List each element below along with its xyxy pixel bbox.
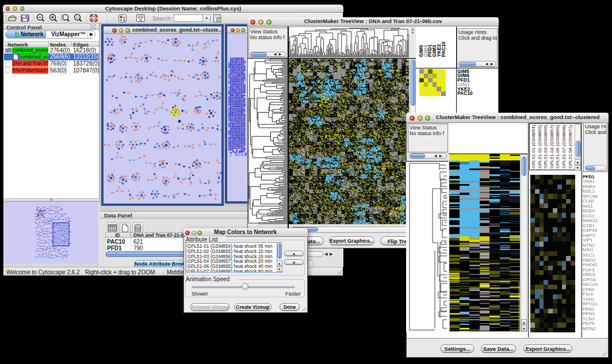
svg-text:1:1: 1:1 [75,16,79,19]
